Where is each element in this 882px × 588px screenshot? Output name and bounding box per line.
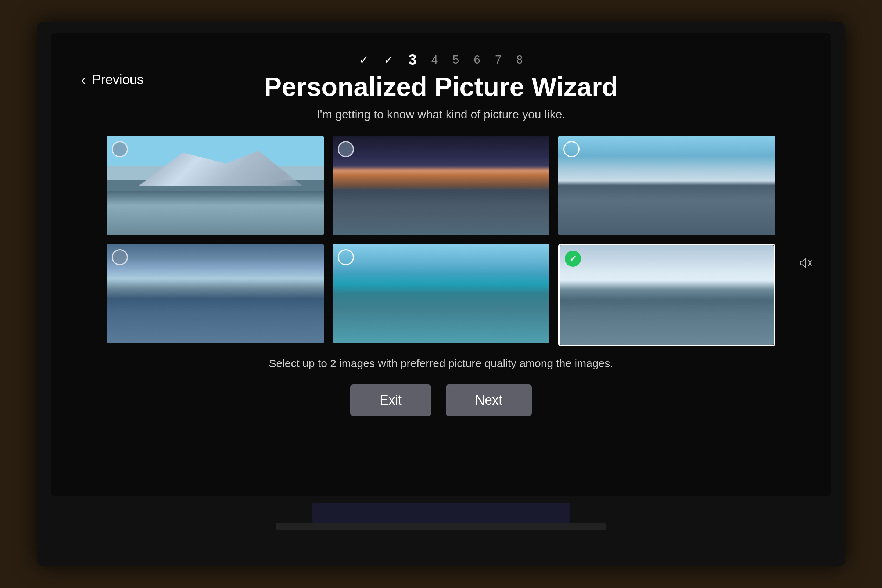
next-button[interactable]: Next: [446, 384, 532, 416]
step-1-completed: ✓: [359, 53, 369, 67]
selection-circle-1: [112, 141, 128, 157]
selection-circle-6: [565, 250, 581, 267]
selection-circle-5: [338, 249, 354, 266]
tv-screen: ✓ ✓ 3 4 5 6 7 8 ‹ Previous Personalized …: [51, 33, 831, 496]
image-cell-2[interactable]: [333, 136, 550, 235]
image-6: [560, 246, 774, 345]
selection-circle-2: [338, 141, 354, 157]
header-area: ‹ Previous Personalized Picture Wizard I…: [51, 72, 831, 136]
page-title: Personalized Picture Wizard: [264, 72, 618, 102]
tv-stand: [312, 503, 570, 523]
step-indicators: ✓ ✓ 3 4 5 6 7 8: [359, 51, 523, 68]
chevron-left-icon: ‹: [81, 72, 86, 88]
step-5: 5: [452, 53, 459, 66]
image-cell-3[interactable]: [558, 136, 776, 235]
previous-button[interactable]: ‹ Previous: [81, 72, 144, 88]
selection-circle-3: [563, 141, 579, 157]
exit-button[interactable]: Exit: [350, 384, 431, 416]
selection-circle-4: [112, 249, 128, 266]
page-subtitle: I'm getting to know what kind of picture…: [317, 108, 566, 121]
image-1: [106, 136, 324, 235]
image-3: [558, 136, 776, 235]
image-grid: [106, 136, 776, 346]
image-cell-6[interactable]: [558, 244, 776, 346]
step-3-active: 3: [408, 51, 416, 68]
previous-label: Previous: [92, 72, 144, 87]
mute-icon[interactable]: [799, 256, 812, 273]
image-5: [333, 244, 550, 343]
button-row: Exit Next: [350, 384, 532, 416]
image-2: [333, 136, 550, 235]
step-6: 6: [474, 53, 480, 66]
step-7: 7: [495, 53, 502, 66]
step-8: 8: [516, 53, 523, 66]
image-cell-4[interactable]: [106, 244, 324, 346]
image-cell-1[interactable]: [106, 136, 324, 235]
image-4: [106, 244, 324, 343]
step-4: 4: [432, 53, 438, 66]
step-2-completed: ✓: [384, 53, 394, 67]
instruction-text: Select up to 2 images with preferred pic…: [268, 357, 613, 370]
image-cell-5[interactable]: [333, 244, 550, 346]
tv-display: ✓ ✓ 3 4 5 6 7 8 ‹ Previous Personalized …: [37, 22, 845, 566]
